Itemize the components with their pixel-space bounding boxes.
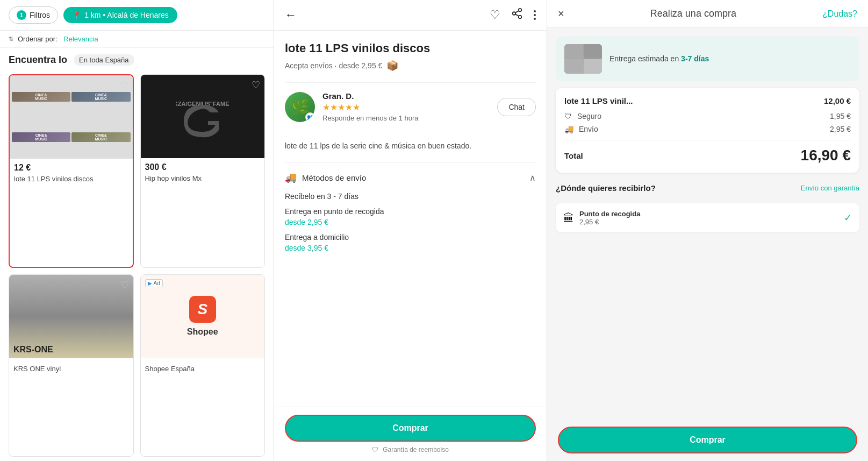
mini-cover-2: CINE&MUSIC [71,92,130,102]
delivery-text-prefix: Entrega estimada en [609,54,681,63]
top-icons: ♡ [490,8,536,23]
product-card-1[interactable]: CINE&MUSIC CINE&MUSIC CINE&MUSIC CINE&MU… [9,74,134,268]
filter-count: 1 [17,10,26,20]
shopee-name: Shopee [187,327,218,337]
pickup-icon: 🏛 [563,212,574,224]
product-title-shopee: Shopee España [145,365,261,374]
more-options-button[interactable] [534,10,536,20]
dot3 [534,18,536,20]
product-price-1: 12 € [14,163,128,173]
delivery-days: 3-7 días [681,54,709,63]
right-buy-bar: Comprar [547,419,868,461]
delivery-option-1[interactable]: 🏛 Punto de recogida 2,95 € ✓ [556,203,859,232]
dudas-link[interactable]: ¿Dudas? [822,9,857,19]
shipping-info: Acepta envíos · desde 2,95 € 📦 [285,60,536,72]
sort-value[interactable]: Relevancia [63,35,98,43]
product-info-3: KRS ONE vinyl [9,358,133,378]
filter-button[interactable]: 1 Filtros [9,6,58,24]
delivery-img-cell-3 [564,59,583,74]
products-grid: CINE&MUSIC CINE&MUSIC CINE&MUSIC CINE&MU… [0,70,274,461]
right-buy-button[interactable]: Comprar [558,427,857,453]
back-button[interactable]: ← [285,8,297,22]
order-total-row: Total 16,90 € [564,147,851,164]
right-panel: × Realiza una compra ¿Dudas? Entrega est… [547,0,868,461]
chat-button[interactable]: Chat [497,98,536,116]
shield-icon: 🛡 [372,446,378,453]
heart-icon-2[interactable]: ♡ [252,79,260,91]
guarantee-text: Garantía de reembolso [383,446,449,453]
seller-response: Responde en menos de 1 hora [322,114,490,122]
location-button[interactable]: 📍 1 km • Alcalá de Henares [63,7,177,23]
krs-placeholder: KRS-ONE [9,275,133,358]
delivery-img-cell-4 [584,59,602,74]
ad-arrow-icon: ▶ [148,280,152,286]
dot2 [534,14,536,16]
shipping-methods-label: Métodos de envío [302,173,366,182]
order-item-price: 12,00 € [824,96,851,105]
heart-icon-1[interactable]: ♡ [120,80,128,91]
product-description: lote de 11 lps de la serie cine & música… [285,140,536,152]
order-envio-line: 🚚 Envío 2,95 € [564,125,851,133]
ad-label: Ad [154,280,160,286]
shipping-option-detail-2: desde 2,95 € [285,218,536,226]
order-seguro-line: 🛡 Seguro 1,95 € [564,112,851,120]
sort-bar: ⇅ Ordenar por: Relevancia [0,31,274,48]
shipping-option-title-2: Entrega en punto de recogida [285,207,536,216]
shopee-icon: S [189,296,216,323]
mini-cover-4: CINE&MUSIC [71,132,130,142]
left-top-bar: 1 Filtros 📍 1 km • Alcalá de Henares [0,0,274,31]
product-detail: lote 11 LPS vinilos discos Acepta envíos… [274,31,547,407]
shipping-option-title-1: Recíbelo en 3 - 7 días [285,192,536,201]
find-badge[interactable]: En toda España [74,54,134,66]
shipping-option-3: Entrega a domicilio desde 3,95 € [285,233,536,252]
order-total-value: 16,90 € [801,147,851,164]
delivery-options: 🏛 Punto de recogida 2,95 € ✓ [556,203,859,232]
order-envio-label: Envío [579,125,598,133]
order-item-name: lote 11 LPS vinil... [564,96,633,105]
shipping-methods-title: 🚚 Métodos de envío [285,172,366,183]
middle-top-bar: ← ♡ [274,0,547,31]
find-bar: Encuentra lo En toda España [0,48,274,70]
right-content: Entrega estimada en 3-7 días lote 11 LPS… [547,28,868,419]
order-envio-label-wrap: 🚚 Envío [564,125,598,133]
delivery-option-price-1: 2,95 € [579,218,838,226]
product-price-2: 300 € [145,162,261,172]
delivery-option-info-1: Punto de recogida 2,95 € [579,210,838,226]
shipping-icon: 📦 [386,60,398,72]
chevron-up-icon[interactable]: ∧ [529,173,536,183]
product-title-2: Hip hop vinilos Mx [145,174,261,183]
right-title: Realiza una compra [573,8,814,19]
delivery-question-text: ¿Dónde quieres recibirlo? [556,183,656,193]
heart-icon-3[interactable]: ♡ [120,279,129,291]
middle-buy-bar: Comprar 🛡 Garantía de reembolso [274,407,547,461]
guarantee-row: 🛡 Garantía de reembolso [285,446,536,453]
delivery-img-cell-1 [564,44,583,59]
product-info-1: 12 € lote 11 LPS vinilos discos [10,159,133,188]
product-card-shopee[interactable]: ▶ Ad S Shopee Shopee España [140,274,266,457]
left-panel: 1 Filtros 📍 1 km • Alcalá de Henares ⇅ O… [0,0,274,461]
mini-cover-1: CINE&MUSIC [12,92,70,102]
shipping-text: Acepta envíos · desde 2,95 € [285,61,382,70]
product-image-1: CINE&MUSIC CINE&MUSIC CINE&MUSIC CINE&MU… [10,75,133,159]
shipping-option-detail-3: desde 3,95 € [285,244,536,252]
product-card-2[interactable]: GZA/GENIUS"FAME" ♡ 300 € Hip hop vinilos… [140,74,266,268]
truck-small-icon: 🚚 [564,125,573,133]
avatar-plant-icon: 🌿 [291,98,310,116]
heart-button[interactable]: ♡ [490,8,500,22]
product-card-3[interactable]: KRS-ONE ♡ KRS ONE vinyl [9,274,134,457]
location-label: 1 km • Alcalá de Henares [84,11,169,19]
avatar-badge-icon: 👥 [305,112,315,122]
detail-title: lote 11 LPS vinilos discos [285,41,536,55]
order-item-title: lote 11 LPS vinil... 12,00 € [564,96,851,105]
seller-stars: ★★★★★ [322,102,490,112]
order-seguro-label: Seguro [577,112,601,120]
order-total-label: Total [564,151,583,160]
close-button[interactable]: × [558,8,564,20]
share-button[interactable] [511,8,523,23]
shipping-methods-header: 🚚 Métodos de envío ∧ [285,172,536,183]
delivery-guarantee-text: Envío con garantía [801,184,859,192]
shipping-option-title-3: Entrega a domicilio [285,233,536,242]
seller-name: Gran. D. [322,91,490,101]
delivery-question-row: ¿Dónde quieres recibirlo? Envío con gara… [556,179,859,197]
middle-buy-button[interactable]: Comprar [285,415,536,442]
